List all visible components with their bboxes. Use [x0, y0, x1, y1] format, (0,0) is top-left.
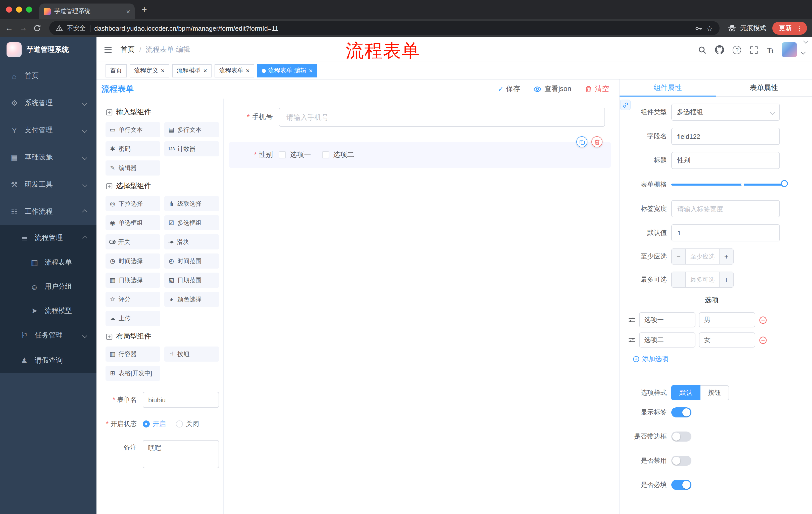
- minus-button[interactable]: −: [672, 272, 686, 287]
- view-json-button[interactable]: 查看json: [533, 84, 571, 93]
- option-1-value-input[interactable]: [699, 312, 755, 327]
- avatar[interactable]: [782, 42, 797, 57]
- selected-field-gender[interactable]: 性别 选项一 选项二: [229, 142, 611, 168]
- browser-tab[interactable]: 芋道管理系统 ×: [39, 3, 135, 19]
- component-rate[interactable]: ☆评分: [106, 292, 160, 307]
- browser-menu-icon[interactable]: ⋮: [796, 25, 803, 32]
- clear-button[interactable]: 清空: [584, 84, 609, 93]
- add-option-button[interactable]: 添加选项: [633, 355, 800, 363]
- status-closed-radio[interactable]: [176, 421, 183, 428]
- component-upload[interactable]: ☁上传: [106, 311, 160, 326]
- new-tab-button[interactable]: +: [142, 4, 147, 15]
- link-icon[interactable]: [620, 100, 631, 110]
- checkbox-option-2[interactable]: [322, 152, 329, 158]
- drag-handle-icon[interactable]: [628, 316, 636, 324]
- component-slider[interactable]: 滑块: [164, 234, 219, 249]
- tag-process-model[interactable]: 流程模型 ×: [172, 64, 211, 77]
- component-radio-group[interactable]: ◉单选框组: [106, 215, 160, 231]
- show-label-switch[interactable]: [671, 407, 691, 417]
- sidebar-item-devtools[interactable]: ⚒ 研发工具: [0, 171, 96, 198]
- status-closed-label[interactable]: 关闭: [186, 416, 199, 432]
- sidebar-item-workflow[interactable]: ☷ 工作流程: [0, 198, 96, 225]
- sidebar-item-task-management[interactable]: ⚐ 任务管理: [0, 323, 96, 348]
- close-icon[interactable]: ×: [161, 67, 165, 74]
- reload-button[interactable]: [33, 24, 41, 32]
- component-switch[interactable]: 开关: [106, 234, 160, 249]
- option-2-value-input[interactable]: [699, 332, 755, 348]
- form-name-input[interactable]: [143, 392, 219, 408]
- minus-button[interactable]: −: [672, 249, 686, 264]
- component-time-picker[interactable]: ◷时间选择: [106, 253, 160, 269]
- required-switch[interactable]: [671, 480, 691, 490]
- grid-slider[interactable]: [671, 184, 784, 186]
- forward-button[interactable]: →: [19, 24, 27, 32]
- help-icon[interactable]: ?: [733, 46, 742, 54]
- window-minimize-button[interactable]: [16, 6, 22, 12]
- title-input[interactable]: [671, 152, 780, 169]
- hamburger-icon[interactable]: [104, 45, 113, 54]
- max-select-input[interactable]: [686, 272, 719, 287]
- style-default-button[interactable]: 默认: [671, 385, 700, 400]
- address-bar[interactable]: 不安全 dashboard.yudao.iocoder.cn/bpm/manag…: [49, 21, 720, 35]
- breadcrumb-home[interactable]: 首页: [121, 45, 135, 54]
- save-button[interactable]: ✓ 保存: [498, 84, 520, 93]
- sidebar-item-leave-query[interactable]: ♟ 请假查询: [0, 348, 96, 373]
- github-icon[interactable]: [715, 45, 724, 54]
- component-password[interactable]: ✱密码: [106, 141, 160, 156]
- component-editor[interactable]: ✎编辑器: [106, 160, 160, 175]
- component-select[interactable]: ◎下拉选择: [106, 196, 160, 211]
- password-key-icon[interactable]: [695, 24, 702, 32]
- bookmark-star-icon[interactable]: ☆: [706, 24, 713, 32]
- component-color-picker[interactable]: ◕颜色选择: [164, 292, 219, 307]
- sidebar-item-payment[interactable]: ¥ 支付管理: [0, 117, 96, 144]
- status-open-label[interactable]: 开启: [153, 416, 166, 432]
- component-checkbox-group[interactable]: ☑多选框组: [164, 215, 219, 231]
- checkbox-option-1-label[interactable]: 选项一: [290, 151, 311, 159]
- tag-process-form[interactable]: 流程表单 ×: [214, 64, 254, 77]
- style-button-button[interactable]: 按钮: [700, 385, 729, 400]
- option-2-label-input[interactable]: [639, 332, 695, 348]
- sidebar-item-home[interactable]: ⌂ 首页: [0, 62, 96, 89]
- sidebar-item-process-model[interactable]: ➤ 流程模型: [0, 299, 96, 323]
- security-warning-icon[interactable]: [56, 25, 63, 32]
- avatar-caret-icon[interactable]: [801, 49, 806, 54]
- component-date-picker[interactable]: ▦日期选择: [106, 273, 160, 288]
- component-row-container[interactable]: ▥行容器: [106, 347, 160, 361]
- status-open-radio[interactable]: [143, 421, 150, 428]
- phone-input[interactable]: [279, 108, 605, 127]
- plus-button[interactable]: +: [719, 272, 733, 287]
- remove-option-button[interactable]: [759, 336, 767, 344]
- component-single-line-text[interactable]: ▭单行文本: [106, 122, 160, 137]
- tag-process-form-edit[interactable]: 流程表单-编辑 ×: [257, 64, 317, 77]
- component-date-range[interactable]: ▧日期范围: [164, 273, 219, 288]
- drag-handle-icon[interactable]: [628, 336, 636, 344]
- fullscreen-icon[interactable]: [750, 46, 758, 54]
- field-phone[interactable]: 手机号: [229, 108, 605, 127]
- component-counter[interactable]: 123计数器: [164, 141, 219, 156]
- remark-textarea[interactable]: 嘿嘿: [143, 440, 219, 468]
- component-type-select[interactable]: 多选框组: [671, 104, 780, 121]
- default-value-input[interactable]: [671, 224, 780, 241]
- tab-close-icon[interactable]: ×: [126, 8, 130, 15]
- sidebar-item-system[interactable]: ⚙ 系统管理: [0, 89, 96, 117]
- remove-option-button[interactable]: [759, 316, 767, 324]
- sidebar-item-infrastructure[interactable]: ▤ 基础设施: [0, 144, 96, 171]
- form-canvas[interactable]: 手机号 性别 选: [224, 99, 619, 514]
- window-zoom-button[interactable]: [26, 6, 32, 12]
- option-1-label-input[interactable]: [639, 312, 695, 327]
- close-icon[interactable]: ×: [246, 67, 250, 74]
- slider-handle[interactable]: [781, 180, 788, 187]
- tab-form-props[interactable]: 表单属性: [716, 79, 812, 96]
- sidebar-item-process-form[interactable]: ▥ 流程表单: [0, 250, 96, 275]
- search-icon[interactable]: [698, 46, 707, 54]
- update-button[interactable]: 更新 ⋮: [772, 22, 807, 35]
- sidebar-item-user-group[interactable]: ☺ 用户分组: [0, 275, 96, 299]
- sidebar-item-process-management[interactable]: ≣ 流程管理: [0, 225, 96, 250]
- component-time-range[interactable]: ◴时间范围: [164, 253, 219, 269]
- delete-component-button[interactable]: [591, 136, 603, 147]
- component-cascader[interactable]: ⋔级联选择: [164, 196, 219, 211]
- window-close-button[interactable]: [6, 6, 12, 12]
- tag-process-definition[interactable]: 流程定义 ×: [129, 64, 169, 77]
- copy-component-button[interactable]: [576, 136, 587, 147]
- label-width-input[interactable]: [671, 200, 780, 217]
